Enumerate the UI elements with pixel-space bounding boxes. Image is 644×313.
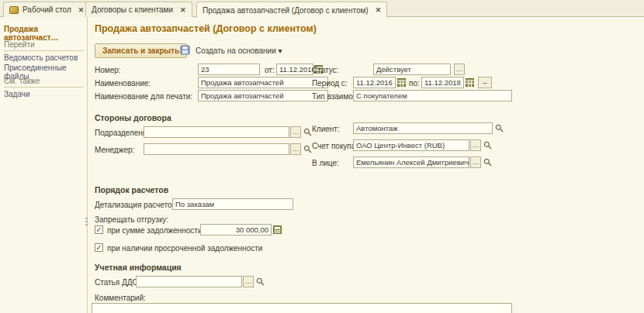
magnifier-icon[interactable] <box>483 156 493 168</box>
status-label: Статус: <box>312 66 338 74</box>
print-name-label: Наименование для печати: <box>95 92 192 101</box>
magnifier-icon[interactable] <box>255 276 265 287</box>
tab-label: Продажа автозапчастей (Договор с клиенто… <box>203 6 369 15</box>
close-icon[interactable]: ✕ <box>180 6 186 14</box>
page-title: Продажа автозапчастей (Договор с клиенто… <box>95 23 317 34</box>
sidebar-section-goto: Перейти <box>4 40 84 51</box>
in-person-ellipsis-button[interactable]: … <box>470 156 481 168</box>
debt-limit-amount-field[interactable]: 30 000,00 <box>200 224 272 236</box>
division-ellipsis-button[interactable]: … <box>290 126 301 138</box>
buyer-account-ellipsis-button[interactable]: … <box>470 139 481 151</box>
magnifier-icon[interactable] <box>494 122 504 134</box>
in-person-label: В лице: <box>312 159 339 167</box>
forbid-shipment-label: Запрещать отгрузку: <box>95 215 168 224</box>
tab-label: Рабочий стол <box>23 5 71 14</box>
accounting-section-header: Учетная информация <box>95 263 182 272</box>
check-icon: ✓ <box>95 225 102 234</box>
settlement-detail-field[interactable]: По заказам <box>172 198 293 210</box>
tab-contracts[interactable]: Договоры с клиентами ✕ <box>85 2 192 17</box>
tab-contract-form[interactable]: Продажа автозапчастей (Договор с клиенто… <box>196 2 387 18</box>
create-based-on-button[interactable]: Создать на основании ▾ <box>196 46 282 55</box>
settlements-section-header: Порядок расчетов <box>95 185 168 194</box>
manager-ellipsis-button[interactable]: … <box>290 143 301 155</box>
period-from-field[interactable]: 11.12.2016 <box>353 77 396 88</box>
tab-bar: Рабочий стол ✕ Договоры с клиентами ✕ Пр… <box>0 0 644 17</box>
name-label: Наименование: <box>95 79 151 88</box>
save-and-close-button[interactable]: Записать и закрыть <box>95 43 187 58</box>
comment-field[interactable] <box>92 303 512 313</box>
calculator-icon[interactable] <box>272 224 282 236</box>
date-from-label: от: <box>265 66 275 74</box>
tab-label: Договоры с клиентами <box>92 5 173 14</box>
name-field[interactable]: Продажа автозапчастей <box>198 77 328 88</box>
select-period-button[interactable]: ↔ <box>478 77 492 88</box>
sidebar: Продажа автозапчаст… Перейти Ведомость р… <box>0 17 88 313</box>
sidebar-item-settlement-sheet[interactable]: Ведомость расчетов <box>4 53 78 62</box>
close-icon[interactable]: ✕ <box>376 6 382 14</box>
relation-type-field[interactable]: С покупателем <box>353 90 512 101</box>
dds-field[interactable] <box>136 276 242 287</box>
settlement-detail-label: Детализация расчетов : <box>95 201 180 209</box>
calendar-icon[interactable] <box>465 77 475 88</box>
division-field[interactable] <box>144 126 289 138</box>
sidebar-section-see-also: См. также <box>4 77 84 88</box>
sidebar-title: Продажа автозапчаст… <box>4 25 85 42</box>
date-from-field[interactable]: 11.12.2016 <box>276 64 313 75</box>
dds-ellipsis-button[interactable]: … <box>243 276 254 287</box>
status-field[interactable]: Действует <box>373 64 451 75</box>
calendar-icon[interactable] <box>396 77 407 88</box>
chevron-down-icon: ▾ <box>279 46 282 55</box>
print-name-field[interactable]: Продажа автозапчастей <box>198 90 328 101</box>
number-label: Номер: <box>95 66 121 74</box>
parties-section-header: Стороны договора <box>95 113 171 122</box>
in-person-field[interactable]: Емельянин Алексей Дмитриевич <box>353 156 469 168</box>
overdue-debt-label: при наличии просроченной задолженности <box>107 244 262 253</box>
client-field[interactable]: Автомонтаж <box>353 122 493 134</box>
period-to-label: по: <box>409 79 420 88</box>
tab-desktop[interactable]: Рабочий стол ✕ <box>3 2 90 17</box>
close-icon[interactable]: ✕ <box>78 6 85 14</box>
desktop-icon <box>9 6 19 14</box>
magnifier-icon[interactable] <box>483 139 493 151</box>
period-to-field[interactable]: 11.12.2018 <box>421 77 464 88</box>
period-label: Период с: <box>312 79 348 88</box>
comment-label: Комментарий: <box>95 294 146 302</box>
buyer-account-field[interactable]: ОАО Центр-Инвест (RUB) <box>353 139 469 151</box>
splitter-handle[interactable]: ••• <box>85 217 88 226</box>
dds-label: Статья ДДС: <box>95 278 140 287</box>
debt-limit-checkbox[interactable]: ✓ <box>95 225 103 234</box>
sidebar-item-tasks[interactable]: Задачи <box>4 90 30 98</box>
manager-field[interactable] <box>144 143 289 155</box>
number-field[interactable]: 23 <box>198 64 260 75</box>
check-icon: ✓ <box>95 243 102 252</box>
client-label: Клиент: <box>312 125 340 133</box>
app-window: Рабочий стол ✕ Договоры с клиентами ✕ Пр… <box>0 0 644 313</box>
overdue-debt-checkbox[interactable]: ✓ <box>95 243 103 252</box>
save-icon[interactable] <box>180 45 190 57</box>
manager-label: Менеджер: <box>95 146 134 154</box>
status-ellipsis-button[interactable]: … <box>454 64 465 75</box>
